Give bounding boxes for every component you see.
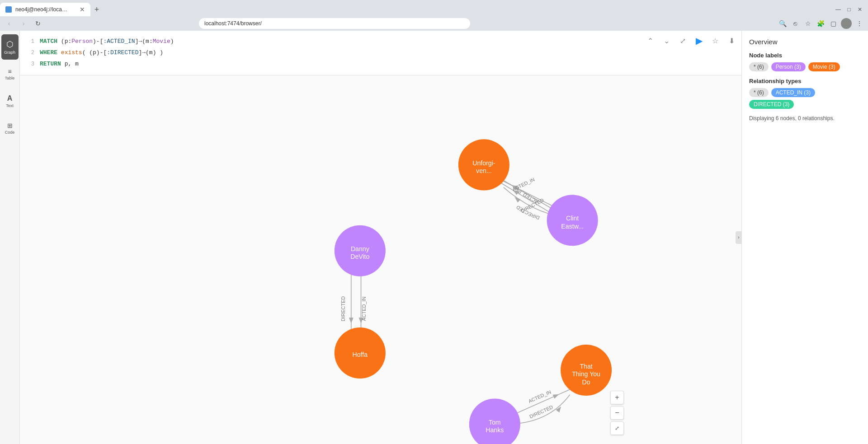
sidebar: ⬡ Graph ≡ Table A Text ⊞ Code: [0, 31, 20, 444]
panel-toggle-button[interactable]: ›: [736, 231, 742, 244]
node-labels-section-title: Node labels: [749, 52, 861, 59]
badge-person-nodes[interactable]: Person (3): [771, 62, 806, 71]
fullscreen-button[interactable]: ⤢: [676, 34, 689, 47]
sidebar-label-graph: Graph: [4, 50, 15, 55]
node-label-danny-2: DeVito: [350, 253, 369, 261]
code-lines: 1 MATCH (p:Person)-[:ACTED_IN]→(m:Movie)…: [20, 34, 741, 71]
zoom-out-button[interactable]: −: [610, 406, 624, 420]
right-panel: › Overview Node labels * (6) Person (3) …: [741, 31, 868, 444]
code-line-3: 3 RETURN p, m: [20, 59, 741, 70]
node-label-that-3: Do: [582, 379, 590, 386]
query-editor: 1 MATCH (p:Person)-[:ACTED_IN]→(m:Movie)…: [20, 31, 741, 75]
node-label-clint-2: Eastw...: [561, 223, 583, 230]
tab-title: neo4j@neo4j://loca…: [15, 6, 67, 13]
run-button[interactable]: ▶: [693, 34, 705, 47]
split-icon[interactable]: ▢: [828, 19, 838, 28]
back-button[interactable]: ‹: [4, 18, 14, 29]
edge-text-acted-danny: ACTED_IN: [361, 297, 367, 321]
rel-types-badge-row: * (6) ACTED_IN (3) DIRECTED (3): [749, 88, 861, 109]
content-area: 1 MATCH (p:Person)-[:ACTED_IN]→(m:Movie)…: [20, 31, 741, 444]
node-label-clint: Clint: [566, 215, 579, 222]
forward-button[interactable]: ›: [18, 18, 29, 29]
edge-text-acted-tom: ACTED_IN: [528, 389, 552, 404]
badge-acted-in-rels[interactable]: ACTED_IN (3): [771, 88, 815, 97]
maximize-button[interactable]: □: [844, 5, 854, 14]
edge-text-acted-clint: ACTED_IN: [511, 177, 536, 192]
new-tab-button[interactable]: +: [90, 3, 103, 16]
browser-chrome: neo4j@neo4j://loca… ✕ + — □ ✕ ‹ › ↻ loca…: [0, 0, 868, 31]
expand-button[interactable]: ⌄: [660, 34, 673, 47]
browser-actions: 🔍 ⎋ ☆ 🧩 ▢ ⋮: [778, 18, 864, 29]
sidebar-item-table[interactable]: ≡ Table: [1, 61, 19, 87]
download-button[interactable]: ⬇: [725, 34, 738, 47]
url-text: localhost:7474/browser/: [204, 20, 262, 27]
menu-icon[interactable]: ⋮: [854, 19, 864, 28]
badge-all-rels[interactable]: * (6): [749, 88, 769, 97]
rel-types-section-title: Relationship types: [749, 78, 861, 84]
panel-title: Overview: [749, 38, 861, 46]
graph-canvas[interactable]: ACTED_IN DIRECTED: [20, 75, 741, 444]
star-button[interactable]: ☆: [709, 34, 722, 47]
table-icon: ≡: [8, 68, 11, 75]
user-avatar[interactable]: [841, 18, 852, 29]
main-layout: ⬡ Graph ≡ Table A Text ⊞ Code 1 MATCH (p: [0, 31, 868, 444]
node-label-unforgiven-2: ven...: [476, 167, 492, 174]
node-label-tom-2: Hanks: [486, 427, 504, 434]
url-bar[interactable]: localhost:7474/browser/: [199, 18, 470, 29]
collapse-button[interactable]: ⌃: [644, 34, 656, 47]
line-number-2: 2: [25, 49, 34, 57]
code-icon: ⊞: [7, 122, 13, 129]
node-label-that-1: That: [580, 363, 592, 370]
sidebar-item-graph[interactable]: ⬡ Graph: [1, 34, 19, 60]
browser-tab[interactable]: neo4j@neo4j://loca… ✕: [0, 3, 90, 16]
zoom-controls: + − ⤢: [610, 391, 624, 435]
code-content-2: WHERE exists( (p)-[:DIRECTED]→(m) ): [40, 48, 163, 58]
code-line-2: 2 WHERE exists( (p)-[:DIRECTED]→(m) ): [20, 47, 741, 59]
graph-icon: ⬡: [6, 39, 14, 49]
text-icon: A: [7, 94, 13, 103]
badge-directed-rels[interactable]: DIRECTED (3): [749, 100, 794, 109]
minimize-button[interactable]: —: [834, 5, 843, 14]
bookmark-icon[interactable]: ☆: [803, 19, 813, 28]
zoom-fit-button[interactable]: ⤢: [610, 421, 624, 435]
extension-icon[interactable]: 🧩: [816, 19, 826, 28]
query-actions: ⌃ ⌄ ⤢ ▶ ☆ ⬇: [644, 34, 738, 47]
badge-all-nodes[interactable]: * (6): [749, 62, 769, 71]
sidebar-label-code: Code: [5, 130, 15, 135]
zoom-in-button[interactable]: +: [610, 391, 624, 404]
sidebar-item-text[interactable]: A Text: [1, 89, 19, 114]
tab-bar: neo4j@neo4j://loca… ✕ + — □ ✕: [0, 0, 868, 16]
sidebar-label-table: Table: [5, 76, 15, 80]
address-bar: ‹ › ↻ localhost:7474/browser/ 🔍 ⎋ ☆ 🧩 ▢ …: [0, 16, 868, 31]
sidebar-label-text: Text: [6, 103, 14, 108]
node-labels-badge-row: * (6) Person (3) Movie (3): [749, 62, 861, 71]
zoom-icon[interactable]: 🔍: [778, 19, 788, 28]
close-button[interactable]: ✕: [855, 5, 864, 14]
share-icon[interactable]: ⎋: [790, 19, 800, 28]
code-content-3: RETURN p, m: [40, 60, 79, 69]
node-label-hoffa: Hoffa: [353, 351, 368, 358]
node-label-that-2: Thing You: [572, 371, 600, 378]
node-label-danny: Danny: [351, 245, 370, 252]
badge-movie-nodes[interactable]: Movie (3): [808, 62, 840, 71]
code-content-1: MATCH (p:Person)-[:ACTED_IN]→(m:Movie): [40, 37, 174, 47]
line-number-1: 1: [25, 37, 34, 46]
graph-svg: ACTED_IN DIRECTED: [20, 75, 741, 444]
node-label-tom: Tom: [489, 419, 501, 426]
line-number-3: 3: [25, 60, 34, 69]
sidebar-item-code[interactable]: ⊞ Code: [1, 116, 19, 141]
tab-favicon: [5, 6, 12, 13]
node-label-unforgiven: Unforgi-: [472, 159, 495, 167]
status-text: Displaying 6 nodes, 0 relationships.: [749, 115, 861, 122]
tab-close-button[interactable]: ✕: [80, 6, 85, 13]
edge-text-directed-danny: DIRECTED: [340, 296, 346, 322]
reload-button[interactable]: ↻: [33, 18, 43, 29]
code-line-1: 1 MATCH (p:Person)-[:ACTED_IN]→(m:Movie): [20, 36, 741, 47]
